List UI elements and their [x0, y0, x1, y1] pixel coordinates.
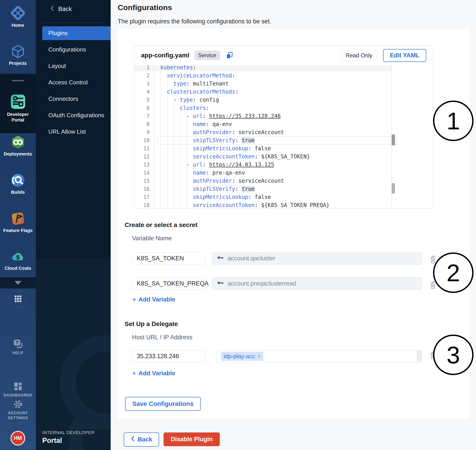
key-icon: [217, 280, 224, 287]
code-line-14[interactable]: 14 name: pre-qa-env: [134, 169, 433, 177]
secret-value-2: account.preqaclusterread: [228, 280, 296, 287]
yaml-code-area[interactable]: 1kubernetes:2 serviceLocatorMethod:3 typ…: [134, 65, 433, 208]
nav-account-settings[interactable]: ACCOUNT SETTINGS: [0, 399, 36, 420]
back-nav[interactable]: Back: [49, 5, 72, 13]
add-variable-link-secret[interactable]: + Add Variable: [132, 296, 175, 303]
sidebar-item-access-control[interactable]: Access Control: [42, 76, 111, 89]
nav-help-label: HELP: [0, 350, 36, 355]
nav-projects[interactable]: Projects: [0, 43, 36, 66]
nav-developer-portal[interactable]: Developer Portal: [0, 93, 36, 123]
code-line-17[interactable]: 17 skipMetricsLookup: false: [134, 193, 433, 201]
annotation-circle-3: 3: [433, 335, 474, 375]
sidebar-item-oauth-configurations[interactable]: OAuth Configurations: [42, 108, 111, 122]
variable-name-label: Variable Name: [132, 235, 172, 242]
plus-icon: +: [132, 296, 136, 303]
sidebar-item-layout[interactable]: Layout: [42, 59, 111, 73]
remove-tag-icon[interactable]: ×: [257, 353, 261, 360]
sidebar-item-configurations[interactable]: Configurations: [42, 43, 111, 56]
code-line-5[interactable]: 5 - type: config: [134, 96, 433, 104]
code-line-3[interactable]: 3 type: multiTenant: [134, 80, 433, 88]
nav-builds-label: Builds: [0, 189, 36, 195]
sidebar-divider: [41, 23, 105, 23]
yaml-filename: app-config.yaml: [141, 52, 189, 59]
product-brand: INTERNAL DEVELOPER Portal: [42, 430, 95, 444]
line-number: 14: [134, 169, 150, 177]
sidebar-item-plugins[interactable]: Plugins: [42, 26, 111, 40]
nav-dashboards[interactable]: DASHBOARDS: [0, 381, 36, 398]
disable-plugin-button[interactable]: Disable Plugin: [164, 432, 220, 446]
host-url-value: 35.233.128.246: [137, 353, 179, 360]
code-line-15[interactable]: 15 authProvider: serviceAccount: [134, 177, 433, 185]
user-avatar[interactable]: HM: [11, 431, 25, 445]
save-configurations-button[interactable]: Save Configurations: [125, 397, 201, 411]
code-line-12[interactable]: 12 serviceAccountToken: ${K8S_SA_TOKEN}: [134, 153, 433, 161]
code-line-8[interactable]: 8 name: qa-env: [134, 120, 433, 128]
yaml-editor-card: app-config.yaml Service Read Only Edit Y…: [134, 45, 433, 208]
host-url-input[interactable]: 35.233.128.246: [132, 350, 205, 362]
svg-text:$: $: [16, 254, 20, 261]
harness-logo-icon: [9, 18, 27, 22]
code-line-10[interactable]: 10 skipTLSVerify: true: [134, 136, 433, 144]
watermark-ring: [60, 335, 111, 430]
line-number: 8: [134, 120, 150, 128]
scrollbar-mark-line10[interactable]: [392, 135, 395, 145]
code-line-1[interactable]: 1kubernetes:: [134, 65, 433, 71]
secret-select-1[interactable]: account.qacluster: [212, 252, 422, 265]
copy-icon[interactable]: [225, 51, 234, 59]
sidebar-item-url-allow-list[interactable]: URL Allow List: [42, 125, 111, 139]
line-number: 13: [134, 161, 150, 169]
chevron-left-icon: [130, 436, 135, 443]
dashboards-icon: [12, 389, 24, 393]
nav-divider-handle: [12, 80, 24, 81]
code-line-7[interactable]: 7 - url: https://35.233.128.246: [134, 112, 433, 120]
page-title: Configurations: [118, 3, 172, 12]
deployments-icon: [10, 147, 26, 151]
code-line-18[interactable]: 18 serviceAccountToken: ${K8S_SA_TOKEN_P…: [134, 201, 433, 208]
code-line-6[interactable]: 6 clusters:: [134, 104, 433, 112]
add-variable-link-delegate[interactable]: + Add Variable: [132, 370, 175, 377]
line-number: 2: [134, 71, 150, 80]
line-number: 11: [134, 144, 150, 153]
nav-help[interactable]: ? HELP: [0, 338, 36, 355]
variable-name-input-2[interactable]: K8S_SA_TOKEN_PREQA: [132, 278, 205, 290]
secret-select-2[interactable]: account.preqaclusterread: [212, 278, 422, 290]
sidebar-item-connectors[interactable]: Connectors: [42, 92, 111, 106]
nav-deployments[interactable]: Deployments: [0, 134, 36, 157]
chevron-left-icon: [49, 5, 55, 13]
nav-home[interactable]: Home: [0, 5, 36, 28]
variable-name-input-1[interactable]: K8S_SA_TOKEN: [132, 252, 205, 265]
add-variable-label: Add Variable: [139, 370, 176, 377]
code-line-9[interactable]: 9 authProvider: serviceAccount: [134, 128, 433, 136]
line-number: 18: [134, 201, 150, 208]
nav-feature-flags[interactable]: Feature Flags: [0, 211, 36, 233]
scrollbar-mark-line16[interactable]: [392, 183, 395, 194]
plus-icon: +: [132, 370, 136, 376]
code-lines: 1kubernetes:2 serviceLocatorMethod:3 typ…: [134, 65, 433, 208]
nav-collapse-strip[interactable]: [0, 277, 36, 289]
delegate-section-title: Set Up a Delegate: [125, 320, 178, 328]
back-button[interactable]: Back: [124, 432, 159, 447]
line-number: 3: [134, 80, 150, 88]
page-subtitle: The plugin requires the following config…: [118, 18, 271, 25]
nav-feature-flags-label: Feature Flags: [0, 228, 36, 233]
back-button-label: Back: [138, 436, 152, 443]
delegate-tags-input[interactable]: idp-play-acc ×: [216, 350, 422, 362]
line-number: 7: [134, 112, 150, 120]
host-url-label: Host URL / IP Address: [132, 334, 193, 341]
back-label: Back: [58, 6, 72, 13]
nav-deployments-label: Deployments: [0, 151, 36, 157]
edit-yaml-button[interactable]: Edit YAML: [383, 49, 426, 62]
code-line-11[interactable]: 11 skipMetricsLookup: false: [134, 144, 433, 153]
gear-icon: [13, 407, 24, 410]
nav-builds[interactable]: Builds: [0, 172, 36, 195]
variable-name-value-2: K8S_SA_TOKEN_PREQA: [137, 280, 209, 287]
code-line-13[interactable]: 13 - url: https://34.83.13.125: [134, 161, 433, 169]
cloud-costs-icon: $: [10, 261, 26, 265]
code-line-16[interactable]: 16 skipTLSVerify: true: [134, 185, 433, 193]
nav-cloud-costs[interactable]: $ Cloud Costs: [0, 249, 36, 271]
line-number: 4: [134, 88, 150, 96]
variable-name-value-1: K8S_SA_TOKEN: [137, 255, 184, 262]
code-line-2[interactable]: 2 serviceLocatorMethod:: [134, 71, 433, 80]
module-selector-button[interactable]: [10, 291, 26, 307]
code-line-4[interactable]: 4 clusterLocatorMethods:: [134, 88, 433, 96]
